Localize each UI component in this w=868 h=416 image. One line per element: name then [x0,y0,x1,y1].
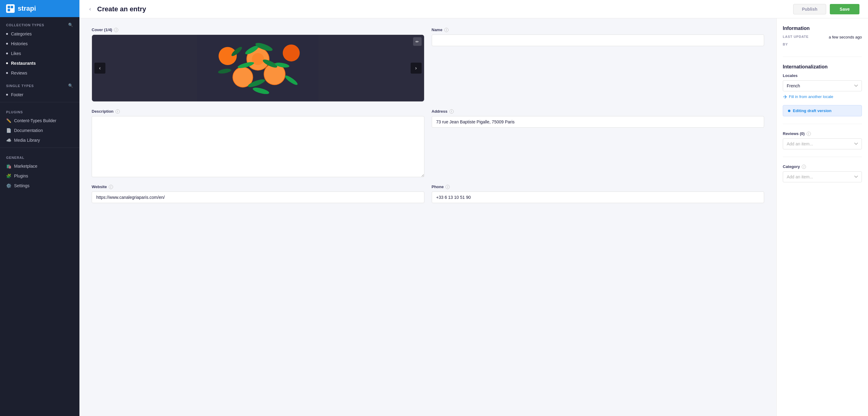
by-row: BY [783,42,862,46]
name-field-group: Name i [432,28,765,102]
phone-info-icon: i [445,185,450,189]
name-info-icon: i [444,28,448,32]
draft-badge: Editing draft version [783,105,862,116]
collection-search-icon[interactable]: 🔍 [68,23,73,27]
sidebar-item-footer[interactable]: Footer [0,90,80,100]
sidebar-item-settings[interactable]: ⚙️ Settings [0,181,80,191]
strapi-logo-icon [6,4,15,13]
phone-field-group: Phone i [432,185,765,203]
by-label: BY [783,42,788,46]
address-info-icon: i [450,109,454,114]
sidebar-item-marketplace[interactable]: 🛍️ Marketplace [0,161,80,171]
single-types-section: SINGLE TYPES 🔍 [0,78,80,90]
sidebar-dot [6,43,8,44]
panel-divider-1 [783,57,862,57]
reviews-label: Reviews (0) i [783,131,862,136]
svg-rect-2 [8,9,10,11]
sidebar-item-content-types-builder[interactable]: ✏️ Content-Types Builder [0,116,80,126]
sidebar-item-likes[interactable]: Likes [0,49,80,58]
cover-media-field: ‹ › ✏ [92,34,424,102]
publish-button[interactable]: Publish [793,4,827,14]
cover-field-group: Cover (1/4) i [92,28,424,102]
sidebar: strapi COLLECTION TYPES 🔍 Categories His… [0,0,80,416]
internationalization-title: Internationalization [783,64,862,70]
cover-prev-button[interactable]: ‹ [94,63,105,74]
svg-rect-0 [8,6,10,8]
svg-point-12 [283,44,300,61]
phone-input[interactable] [432,192,765,203]
svg-point-8 [233,67,252,87]
category-add-item[interactable]: Add an item... [783,171,862,182]
description-input[interactable] [92,116,424,177]
information-section: Information LAST UPDATE a few seconds ag… [783,26,862,49]
sidebar-item-restaurants[interactable]: Restaurants [0,58,80,68]
content-area: Cover (1/4) i [80,18,868,416]
category-info-icon: i [802,165,806,169]
reviews-section: Reviews (0) i Add an item... [783,131,862,149]
sidebar-item-histories[interactable]: Histories [0,39,80,49]
fill-locale-link[interactable]: Fill in from another locale [783,94,862,99]
cover-next-button[interactable]: › [411,63,422,74]
description-field-group: Description i [92,109,424,177]
name-label: Name i [432,28,765,32]
website-label: Website i [92,185,424,189]
internationalization-section: Internationalization Locales French Engl… [783,64,862,99]
cover-info-icon: i [114,28,118,32]
sidebar-dot [6,62,8,64]
phone-label: Phone i [432,185,765,189]
sidebar-dot [6,72,8,74]
category-section: Category i Add an item... [783,164,862,182]
website-field-group: Website i [92,185,424,203]
cover-image [92,35,424,101]
locale-select[interactable]: French English Spanish [783,80,862,91]
save-button[interactable]: Save [830,4,860,14]
address-input[interactable] [432,116,765,128]
last-update-label: LAST UPDATE [783,35,809,38]
topbar: ‹ Create an entry Publish Save [80,0,868,18]
pen-icon: ✏️ [6,118,11,123]
last-update-value: a few seconds ago [829,35,862,39]
form-grid: Cover (1/4) i [92,28,764,203]
plugins-section: PLUGINS [0,105,80,116]
address-field-group: Address i [432,109,765,177]
topbar-left: ‹ Create an entry [88,5,146,13]
draft-dot [788,110,790,112]
form-area: Cover (1/4) i [80,18,776,416]
svg-point-11 [218,47,237,65]
description-info-icon: i [116,109,120,114]
sidebar-dot [6,53,8,54]
back-button[interactable]: ‹ [88,5,92,13]
cover-edit-button[interactable]: ✏ [413,37,422,46]
sidebar-item-plugins[interactable]: 🧩 Plugins [0,171,80,181]
single-search-icon[interactable]: 🔍 [68,84,73,88]
main-area: ‹ Create an entry Publish Save Cover (1/… [80,0,868,416]
collection-types-section: COLLECTION TYPES 🔍 [0,17,80,29]
topbar-right: Publish Save [793,4,860,14]
sidebar-divider [0,102,80,102]
panel-divider-2 [783,124,862,124]
sidebar-item-categories[interactable]: Categories [0,29,80,39]
website-info-icon: i [109,185,113,189]
general-section: GENERAL [0,150,80,161]
cloud-icon: ☁️ [6,138,11,142]
address-label: Address i [432,109,765,114]
fill-locale-icon [783,95,787,99]
reviews-info-icon: i [807,132,811,136]
sidebar-item-reviews[interactable]: Reviews [0,68,80,78]
sidebar-item-media-library[interactable]: ☁️ Media Library [0,135,80,145]
panel-divider-3 [783,157,862,157]
store-icon: 🛍️ [6,164,11,169]
sidebar-dot [6,33,8,35]
sidebar-item-documentation[interactable]: 📄 Documentation [0,126,80,135]
doc-icon: 📄 [6,128,11,133]
sidebar-logo[interactable]: strapi [0,0,80,17]
reviews-add-item[interactable]: Add an item... [783,138,862,149]
name-input[interactable] [432,34,765,46]
locales-label: Locales [783,73,862,78]
draft-label: Editing draft version [793,108,831,113]
website-input[interactable] [92,192,424,203]
category-label: Category i [783,164,862,169]
sidebar-divider-2 [0,148,80,148]
page-title: Create an entry [97,5,146,13]
cover-label: Cover (1/4) i [92,28,424,32]
